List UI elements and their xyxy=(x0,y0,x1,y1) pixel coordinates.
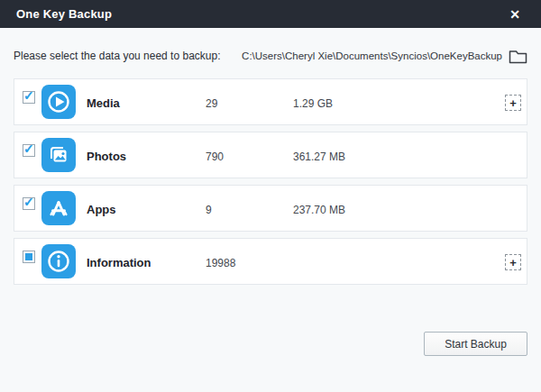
category-size: 1.29 GB xyxy=(293,97,333,110)
category-checkbox[interactable] xyxy=(23,251,35,263)
backup-category-row: ✓ Apps xyxy=(14,185,527,232)
information-icon xyxy=(41,244,76,278)
category-checkbox[interactable]: ✓ xyxy=(23,144,35,157)
photos-icon xyxy=(41,138,76,172)
check-icon: ✓ xyxy=(23,141,34,156)
category-size: 361.27 MB xyxy=(293,150,345,163)
category-label: Media xyxy=(87,96,120,110)
category-count: 29 xyxy=(206,97,217,110)
start-backup-button[interactable]: Start Backup xyxy=(424,332,527,356)
one-key-backup-dialog: One Key Backup ✕ Please select the data … xyxy=(0,0,541,392)
select-line: Please select the data you need to backu… xyxy=(14,45,527,67)
category-count: 19988 xyxy=(206,257,235,269)
select-prompt: Please select the data you need to backu… xyxy=(14,50,221,62)
backup-category-row: ✓ Media 29 1.29 GB + xyxy=(14,78,527,125)
category-label: Information xyxy=(87,256,151,269)
category-count: 790 xyxy=(206,150,224,163)
category-checkbox[interactable]: ✓ xyxy=(23,91,35,104)
folder-icon[interactable] xyxy=(509,49,527,64)
category-label: Apps xyxy=(87,203,116,216)
expand-button[interactable]: + xyxy=(505,254,521,270)
close-icon[interactable]: ✕ xyxy=(500,0,530,28)
backup-path-wrap: C:\Users\Cheryl Xie\Documents\Syncios\On… xyxy=(242,49,527,64)
backup-category-list: ✓ Media 29 1.29 GB + ✓ xyxy=(14,78,527,291)
backup-path: C:\Users\Cheryl Xie\Documents\Syncios\On… xyxy=(242,50,502,61)
window-title: One Key Backup xyxy=(16,7,112,21)
apps-icon xyxy=(41,191,76,225)
category-count: 9 xyxy=(206,204,212,216)
category-checkbox[interactable]: ✓ xyxy=(23,197,35,210)
titlebar: One Key Backup ✕ xyxy=(0,0,541,28)
category-label: Photos xyxy=(87,150,126,163)
indeterminate-mark xyxy=(25,253,32,260)
check-icon: ✓ xyxy=(23,88,34,103)
backup-category-row: ✓ Photos 790 361.27 MB xyxy=(14,132,527,178)
check-icon: ✓ xyxy=(23,195,34,209)
backup-category-row: Information 19988 + xyxy=(14,238,527,285)
category-size: 237.70 MB xyxy=(293,204,345,216)
media-icon xyxy=(41,85,76,119)
expand-button[interactable]: + xyxy=(505,95,521,111)
